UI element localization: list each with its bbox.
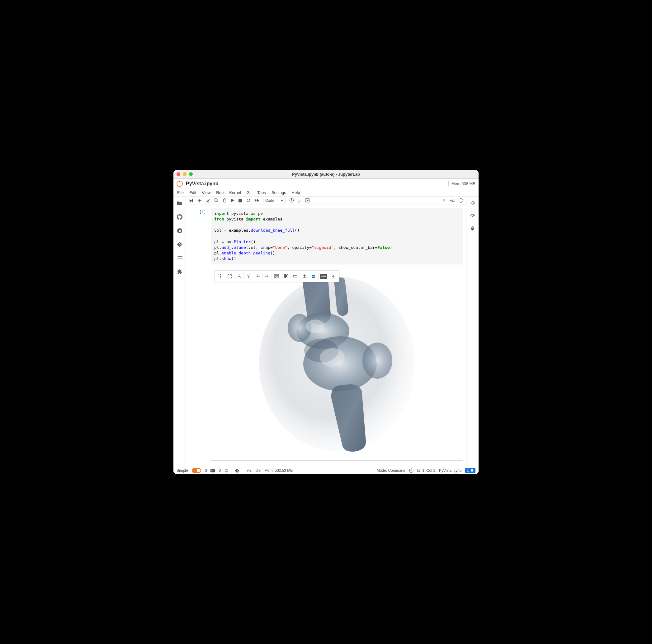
cursor-position[interactable]: Ln 1, Col 1 — [417, 468, 435, 473]
save-icon[interactable] — [189, 198, 194, 203]
run-icon[interactable] — [231, 198, 235, 203]
cut-icon[interactable] — [206, 198, 210, 203]
axis-xyz-icon[interactable] — [235, 272, 244, 280]
kernel-status-icon[interactable] — [459, 198, 463, 203]
svg-rect-2 — [239, 199, 242, 203]
menu-view[interactable]: View — [202, 190, 211, 195]
clock-icon[interactable] — [289, 198, 294, 203]
status-filename[interactable]: PyVista.ipynb — [439, 468, 462, 473]
terminals-count[interactable]: 0 — [205, 468, 207, 473]
body: Code git viz [1]: import pyvista as pv f… — [173, 196, 479, 467]
notebook[interactable]: [1]: import pyvista as pv from pyvista i… — [186, 205, 466, 467]
document-title[interactable]: PyVista.ipynb — [186, 181, 449, 187]
dashboard-icon[interactable] — [470, 213, 476, 219]
restart-icon[interactable] — [246, 198, 251, 203]
header: PyVista.ipynb Mem:538 MB — [173, 179, 479, 189]
restart-run-icon[interactable] — [254, 198, 260, 203]
kernel-status[interactable]: viz | Idle — [247, 468, 261, 473]
menu-git[interactable]: Git — [247, 190, 252, 195]
simple-label: Simple — [176, 468, 188, 473]
svg-rect-11 — [312, 276, 315, 278]
folder-icon[interactable] — [176, 200, 183, 207]
window-title: PyVista.ipynb (auto-a) - JupyterLab — [173, 172, 479, 177]
axis-xz-icon[interactable] — [253, 272, 263, 280]
running-icon[interactable] — [176, 227, 183, 234]
shield-icon[interactable] — [409, 468, 413, 473]
paste-icon[interactable] — [222, 198, 227, 203]
notebook-toolbar: Code git viz — [186, 196, 466, 205]
maximize-window-button[interactable] — [189, 172, 193, 176]
menu-help[interactable]: Help — [292, 190, 300, 195]
label-icon[interactable] — [281, 272, 291, 280]
cell-prompt: [1]: — [189, 208, 211, 265]
svg-point-16 — [362, 343, 392, 379]
svg-point-23 — [226, 470, 227, 471]
code-cell[interactable]: [1]: import pyvista as pv from pyvista i… — [189, 208, 463, 265]
toc-icon[interactable] — [176, 255, 183, 261]
svg-point-20 — [472, 216, 473, 216]
extensions-icon[interactable] — [176, 269, 183, 275]
jupyter-logo-icon — [176, 181, 183, 187]
celltype-select[interactable]: Code — [263, 198, 286, 203]
knee-volume-render — [244, 273, 430, 454]
render-icon[interactable] — [305, 198, 310, 203]
editor-mode: Mode: Command — [377, 468, 405, 473]
svg-point-21 — [471, 227, 474, 230]
git-status-icon[interactable] — [235, 468, 240, 473]
colorbar-icon[interactable] — [309, 272, 319, 280]
measure-icon[interactable] — [300, 272, 309, 280]
viewer-toolbar: PNG — [214, 270, 339, 282]
app-window: PyVista.ipynb (auto-a) - JupyterLab PyVi… — [173, 170, 479, 474]
notification-badge[interactable]: 1 — [465, 468, 476, 473]
close-window-button[interactable] — [176, 172, 180, 176]
ruler-icon[interactable] — [291, 272, 300, 280]
svg-point-5 — [220, 274, 221, 275]
kernel-gear-icon[interactable] — [224, 469, 228, 473]
menu-file[interactable]: File — [177, 190, 184, 195]
menu-edit[interactable]: Edit — [189, 190, 196, 195]
svg-rect-1 — [179, 230, 181, 232]
cell-output: PNG — [211, 267, 463, 461]
debug-icon[interactable] — [470, 226, 475, 232]
svg-rect-10 — [312, 275, 315, 276]
memory-indicator: Mem:538 MB — [449, 181, 476, 186]
minimize-window-button[interactable] — [183, 172, 187, 176]
kernel-name[interactable]: viz — [450, 198, 455, 203]
menu-kernel[interactable]: Kernel — [229, 190, 241, 195]
volume-render-view[interactable] — [211, 267, 463, 460]
menu-dots-icon[interactable] — [216, 272, 225, 280]
right-sidebar — [466, 196, 479, 467]
svg-point-18 — [306, 320, 324, 333]
terminal-icon[interactable] — [211, 469, 215, 473]
simple-toggle[interactable] — [192, 468, 201, 473]
fullscreen-icon[interactable] — [225, 272, 235, 280]
svg-point-19 — [320, 348, 345, 367]
window-controls — [176, 172, 193, 176]
download-icon[interactable] — [328, 272, 338, 280]
grid-icon[interactable] — [272, 272, 281, 280]
svg-point-7 — [220, 277, 221, 278]
git-icon[interactable] — [176, 241, 183, 247]
git-label[interactable]: git — [298, 198, 302, 203]
settings-icon[interactable] — [470, 200, 475, 206]
menubar: File Edit View Run Kernel Git Tabs Setti… — [173, 189, 479, 196]
menu-tabs[interactable]: Tabs — [257, 190, 266, 195]
svg-point-6 — [220, 276, 221, 277]
titlebar: PyVista.ipynb (auto-a) - JupyterLab — [173, 170, 479, 179]
copy-icon[interactable] — [214, 198, 219, 203]
menu-settings[interactable]: Settings — [272, 190, 286, 195]
stop-icon[interactable] — [239, 199, 242, 203]
png-export-button[interactable]: PNG — [320, 274, 327, 279]
left-sidebar — [173, 196, 186, 467]
menu-run[interactable]: Run — [216, 190, 223, 195]
axis-xy-icon[interactable] — [244, 272, 253, 280]
statusbar: Simple 0 0 viz | Idle Mem: 502.53 MB Mod… — [173, 467, 479, 474]
github-icon[interactable] — [176, 214, 183, 220]
add-cell-icon[interactable] — [197, 198, 202, 203]
axis-yz-icon[interactable] — [263, 272, 272, 280]
svg-rect-22 — [211, 469, 215, 473]
kernels-count[interactable]: 0 — [219, 468, 221, 473]
main-area: Code git viz [1]: import pyvista as pv f… — [186, 196, 466, 467]
bug-faded-icon[interactable] — [441, 198, 446, 203]
code-input[interactable]: import pyvista as pv from pyvista import… — [211, 208, 463, 265]
